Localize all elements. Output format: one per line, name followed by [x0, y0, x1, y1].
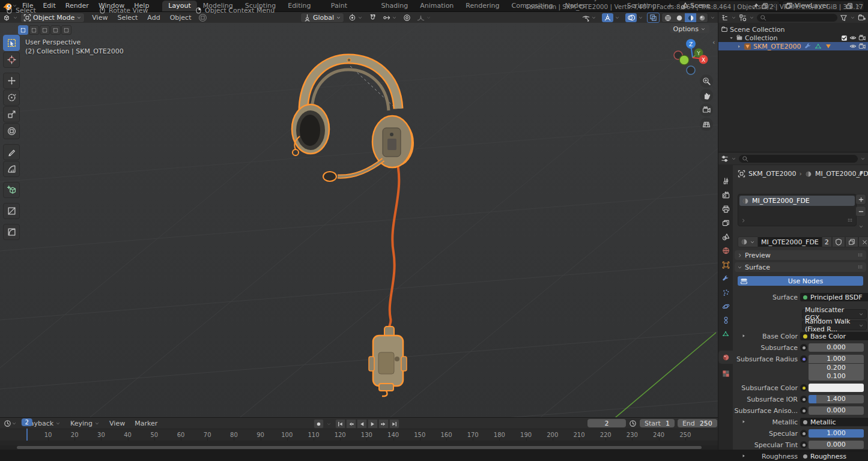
- workspace-tab-animation[interactable]: Animation: [414, 1, 460, 11]
- select-mode-select-paint[interactable]: [61, 25, 71, 35]
- properties-tab-particles[interactable]: [718, 286, 733, 299]
- zoom-button[interactable]: [700, 74, 713, 88]
- fake-user-button[interactable]: [832, 237, 845, 247]
- orientation-dropdown[interactable]: Global: [300, 13, 344, 23]
- viewport-3d[interactable]: User Perspective (2) Collection | SKM_OT…: [0, 23, 718, 417]
- camera-toggle-icon[interactable]: [858, 43, 866, 50]
- slider-specular[interactable]: 1.000: [809, 429, 864, 438]
- tool-rotate[interactable]: [3, 89, 20, 106]
- select-mode-select-circle[interactable]: [40, 25, 50, 35]
- playhead[interactable]: 2: [21, 418, 32, 426]
- select-mode-select-box[interactable]: [29, 25, 39, 35]
- shading-solid-button[interactable]: [673, 13, 685, 22]
- shading-material-button[interactable]: [685, 13, 696, 22]
- properties-tab-render[interactable]: [718, 188, 733, 202]
- play-button[interactable]: [368, 419, 378, 429]
- pin-icon[interactable]: [857, 170, 864, 177]
- tool-annotate[interactable]: [3, 144, 20, 160]
- scrollbar-thumb[interactable]: [17, 446, 702, 449]
- workspace-tab-texture-paint[interactable]: Texture Paint: [325, 0, 375, 11]
- properties-tab-constraints[interactable]: [718, 313, 733, 327]
- tool-move[interactable]: [3, 73, 20, 89]
- node-link-base-color[interactable]: Base Color: [800, 332, 868, 340]
- play-rev-button[interactable]: [357, 419, 367, 429]
- socket-specular-tint[interactable]: [800, 441, 807, 448]
- chevron-down-icon[interactable]: [860, 156, 866, 161]
- slider-specular-tint[interactable]: 0.000: [809, 441, 864, 449]
- vector-subsurface-radius-2[interactable]: 0.100: [809, 372, 864, 381]
- socket-subsurface-color[interactable]: [800, 384, 807, 391]
- workspace-tab-layout[interactable]: Layout: [162, 1, 196, 11]
- shading-wireframe-button[interactable]: [662, 13, 673, 22]
- properties-tab-world[interactable]: [718, 244, 733, 257]
- socket-subsurface-aniso-[interactable]: [800, 407, 807, 414]
- visibility-dropdown[interactable]: [580, 13, 598, 22]
- remove-slot-button[interactable]: [855, 206, 866, 217]
- breadcrumb-object[interactable]: SKM_OTE2000: [748, 170, 797, 178]
- outliner-search-input[interactable]: [757, 14, 837, 22]
- chevron-down-icon[interactable]: [710, 15, 715, 20]
- prev-key-button[interactable]: [346, 419, 356, 429]
- jump-last-button[interactable]: [389, 419, 399, 429]
- properties-tab-view-layer[interactable]: [718, 216, 733, 229]
- properties-tab-output[interactable]: [718, 202, 733, 215]
- node-link-roughness[interactable]: Roughness: [800, 452, 868, 460]
- sidebar-toggle[interactable]: ‹: [712, 38, 715, 46]
- socket-subsurface[interactable]: [800, 344, 807, 351]
- tool-extra-tool-2[interactable]: [3, 224, 20, 240]
- timeline-menu-view[interactable]: View: [105, 418, 130, 429]
- chevron-right-icon[interactable]: [741, 218, 746, 223]
- material-name-field[interactable]: MI_OTE2000_FDE: [758, 237, 822, 247]
- tool-extra-tool-1[interactable]: [3, 203, 20, 219]
- outliner-item-label[interactable]: Scene Collection: [730, 26, 785, 34]
- overlays-dropdown[interactable]: [624, 13, 645, 22]
- properties-search-input[interactable]: [739, 155, 858, 163]
- preview-panel-header[interactable]: Preview: [735, 250, 866, 260]
- navigation-gizmo[interactable]: Z Y X: [673, 34, 716, 80]
- outliner-item-label[interactable]: SKM_OTE2000: [753, 43, 801, 50]
- menu-edit[interactable]: Edit: [38, 0, 60, 11]
- auto-keying-button[interactable]: [314, 419, 324, 429]
- next-key-button[interactable]: [378, 419, 389, 429]
- collapse-arrow-icon[interactable]: [736, 44, 742, 49]
- shading-rendered-button[interactable]: [696, 13, 708, 22]
- copy-material-button[interactable]: [845, 237, 858, 247]
- unlink-material-button[interactable]: [858, 237, 868, 247]
- add-slot-button[interactable]: [855, 194, 866, 205]
- eye-toggle-icon[interactable]: [849, 34, 857, 41]
- slider-subsurface-aniso-[interactable]: 0.000: [809, 406, 864, 415]
- outliner-row-skm-ote2000[interactable]: SKM_OTE2000: [718, 42, 868, 50]
- timeline-ruler[interactable]: 1020304050607080901001101201301401501601…: [0, 429, 718, 441]
- editor-type-timeline-icon[interactable]: [4, 420, 11, 427]
- properties-tab-material[interactable]: [718, 351, 733, 364]
- jump-first-button[interactable]: [335, 419, 345, 429]
- slider-subsurface-ior[interactable]: 1.400: [809, 395, 864, 403]
- slider-subsurface[interactable]: 0.000: [809, 343, 864, 352]
- tool-cursor[interactable]: [3, 52, 20, 68]
- eye-toggle-icon[interactable]: [849, 43, 857, 50]
- socket-specular[interactable]: [800, 430, 807, 437]
- outliner-row-collection[interactable]: Collection: [718, 34, 868, 42]
- start-frame-field[interactable]: Start1: [640, 419, 675, 427]
- falloff-dropdown[interactable]: [415, 13, 433, 22]
- new-collection-icon[interactable]: [858, 14, 866, 22]
- editor-type-viewport-icon[interactable]: [2, 14, 10, 22]
- workspace-tab-rendering[interactable]: Rendering: [460, 1, 505, 11]
- toggle-ortho-button[interactable]: [700, 118, 713, 131]
- tool-add-cube[interactable]: [3, 182, 20, 198]
- properties-tab-texture[interactable]: [718, 367, 733, 380]
- end-frame-field[interactable]: End250: [678, 419, 717, 427]
- expand-arrow-icon[interactable]: [729, 35, 734, 41]
- snap-toggle[interactable]: [367, 13, 378, 22]
- camera-view-button[interactable]: [700, 103, 713, 116]
- grip-icon[interactable]: [846, 217, 854, 224]
- node-link-metallic[interactable]: Metallic: [800, 418, 868, 426]
- timeline-track[interactable]: [0, 441, 718, 445]
- workspace-tab-shading[interactable]: Shading: [375, 1, 414, 11]
- gizmos-dropdown[interactable]: [600, 13, 622, 22]
- viewport-canvas[interactable]: [0, 23, 718, 417]
- viewport-menu-object[interactable]: Object: [165, 12, 196, 23]
- proportional-toggle[interactable]: [401, 13, 413, 22]
- tool-transform[interactable]: [3, 123, 20, 139]
- browse-material-button[interactable]: [738, 237, 758, 247]
